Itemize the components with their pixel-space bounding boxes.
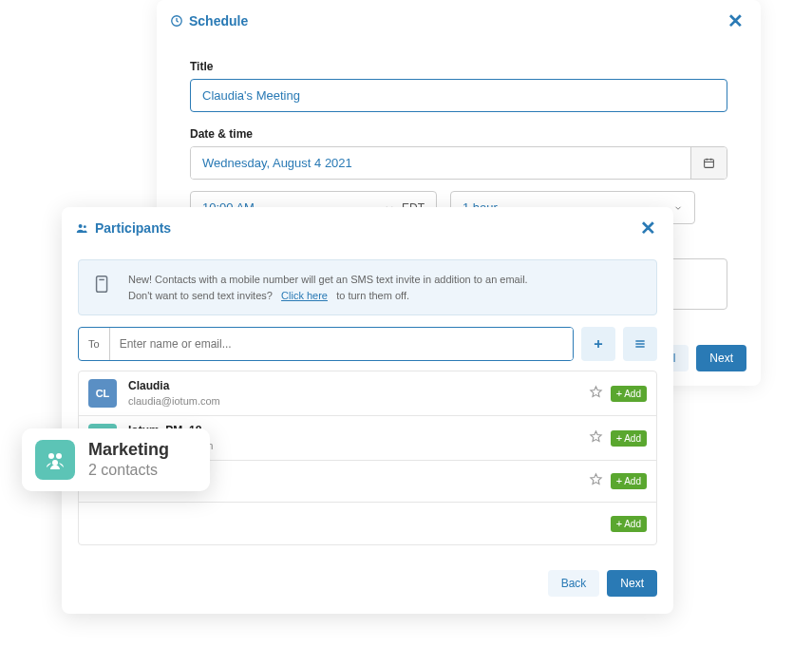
marketing-card[interactable]: Marketing 2 contacts <box>22 428 210 491</box>
search-row: To <box>78 327 657 361</box>
svg-rect-1 <box>705 160 714 168</box>
plus-icon: + <box>616 389 622 399</box>
close-icon[interactable]: ✕ <box>636 217 660 239</box>
marketing-title: Marketing <box>88 439 169 461</box>
avatar: CL <box>88 379 117 408</box>
schedule-title: Schedule <box>189 13 724 29</box>
sms-info-icon <box>92 272 113 303</box>
star-icon[interactable] <box>589 429 603 447</box>
add-button[interactable]: + Add <box>611 473 647 489</box>
to-label: To <box>79 328 110 360</box>
contact-email: claudia@iotum.com <box>128 394 589 408</box>
info-text: New! Contacts with a mobile number will … <box>128 272 643 303</box>
search-container: To <box>78 327 574 361</box>
search-input[interactable] <box>110 328 573 360</box>
add-button[interactable]: + Add <box>611 516 647 532</box>
svg-point-5 <box>48 453 54 459</box>
title-input[interactable] <box>190 79 727 112</box>
add-contact-button[interactable] <box>581 327 615 361</box>
participants-title: Participants <box>95 220 636 236</box>
info-banner: New! Contacts with a mobile number will … <box>78 259 657 315</box>
contact-actions: + Add <box>589 429 647 447</box>
svg-point-3 <box>84 225 86 228</box>
close-icon[interactable]: ✕ <box>724 10 747 32</box>
group-icon <box>35 440 75 480</box>
marketing-text: Marketing 2 contacts <box>88 439 169 481</box>
title-label: Title <box>190 60 727 73</box>
add-button[interactable]: + Add <box>611 386 647 402</box>
list-button[interactable] <box>623 327 657 361</box>
date-input-group[interactable] <box>190 146 727 180</box>
star-icon[interactable] <box>589 385 603 403</box>
participants-modal: Participants ✕ New! Contacts with a mobi… <box>62 207 673 614</box>
participants-body: New! Contacts with a mobile number will … <box>62 248 673 555</box>
participants-footer: Back Next <box>62 555 673 614</box>
calendar-button[interactable] <box>690 147 727 179</box>
info-line1: New! Contacts with a mobile number will … <box>128 272 643 288</box>
contact-actions: + Add <box>611 516 647 532</box>
clock-icon <box>170 14 183 28</box>
svg-rect-4 <box>97 276 107 293</box>
title-field: Title <box>190 60 727 112</box>
svg-point-2 <box>79 224 83 228</box>
next-button[interactable]: Next <box>607 570 657 597</box>
plus-icon: + <box>616 519 622 529</box>
contact-info: Claudia claudia@iotum.com <box>128 379 589 408</box>
contact-actions: + Add <box>589 472 647 490</box>
svg-point-7 <box>52 460 58 466</box>
back-button[interactable]: Back <box>548 570 600 597</box>
svg-point-6 <box>56 453 62 459</box>
datetime-label: Date & time <box>190 127 727 141</box>
participants-header: Participants ✕ <box>62 207 673 248</box>
contact-row: + Add <box>79 503 656 544</box>
contact-name: Claudia <box>128 379 589 394</box>
click-here-link[interactable]: Click here <box>281 290 328 301</box>
schedule-header: Schedule ✕ <box>157 0 761 41</box>
star-icon[interactable] <box>589 472 603 490</box>
info-line2: Don't want to send text invites? Click h… <box>128 288 643 304</box>
contact-row: CL Claudia claudia@iotum.com + Add <box>79 371 656 416</box>
people-icon <box>75 221 89 236</box>
marketing-subtitle: 2 contacts <box>88 461 169 481</box>
plus-icon: + <box>616 476 622 486</box>
contact-actions: + Add <box>589 385 647 403</box>
date-input[interactable] <box>191 147 690 179</box>
chevron-down-icon <box>673 203 683 213</box>
next-button[interactable]: Next <box>696 345 746 371</box>
plus-icon: + <box>616 433 622 444</box>
add-button[interactable]: + Add <box>611 430 647 447</box>
